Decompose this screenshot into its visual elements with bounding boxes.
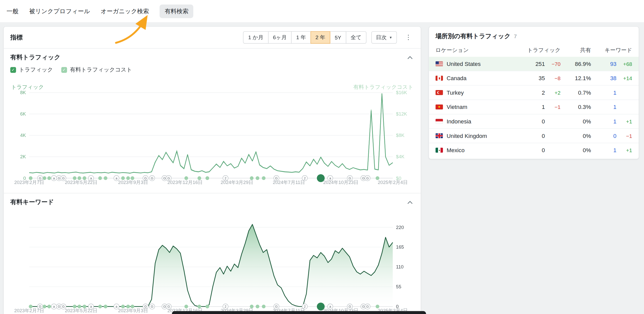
location-name: United Kingdom — [447, 133, 487, 139]
keywords-change: +68 — [617, 61, 632, 67]
svg-text:110: 110 — [396, 264, 404, 269]
range-button-3[interactable]: 2 年 — [311, 31, 330, 44]
metrics-card: 指標 1 か月6ヶ月1 年2 年5Y全て 日次 ▼ ⋮ 有料トラフィック ✓トラ… — [3, 26, 421, 314]
svg-text:220: 220 — [396, 225, 404, 230]
svg-text:4K: 4K — [20, 133, 26, 138]
svg-text:G: G — [163, 176, 166, 180]
tab-organic-search[interactable]: オーガニック検索 — [101, 4, 149, 18]
keywords-value[interactable]: 1 — [591, 90, 616, 96]
tab-general[interactable]: 一般 — [7, 4, 19, 18]
svg-text:G: G — [151, 176, 153, 180]
metrics-header: 指標 1 か月6ヶ月1 年2 年5Y全て 日次 ▼ ⋮ — [4, 27, 421, 49]
locations-card: 場所別の有料トラフィック 7 ロケーション トラフィック 共有 キーワード Un… — [429, 26, 639, 159]
range-button-1[interactable]: 6ヶ月 — [268, 31, 292, 44]
location-row-id[interactable]: Indonesia00%1+1 — [429, 114, 639, 129]
svg-text:G: G — [62, 176, 65, 180]
checkbox-checked-icon: ✓ — [10, 67, 16, 73]
share-value: 0% — [561, 133, 591, 139]
svg-text:6K: 6K — [20, 111, 26, 117]
traffic-change: −8 — [545, 75, 560, 81]
column-location[interactable]: ロケーション — [435, 47, 508, 54]
more-options-icon[interactable]: ⋮ — [403, 33, 414, 41]
paid-traffic-chart: トラフィック 有料トラフィックコスト 0$02K$4K4K$8K6K$12K8K… — [10, 83, 414, 187]
svg-text:2025年2月4日: 2025年2月4日 — [378, 180, 408, 185]
location-row-vn[interactable]: Vietnam1−10.3%1 — [429, 99, 639, 114]
legend-checkbox-1[interactable]: ✓有料トラフィックコスト — [61, 66, 132, 74]
range-buttons: 1 か月6ヶ月1 年2 年5Y全て — [243, 31, 366, 44]
flag-ca-icon — [435, 76, 443, 81]
keywords-value[interactable]: 1 — [591, 147, 616, 153]
left-axis-title: トラフィック — [11, 83, 44, 91]
location-row-tr[interactable]: Turkey2+20.7%1 — [429, 85, 639, 100]
traffic-change: −1 — [545, 104, 560, 110]
svg-text:$4K: $4K — [396, 154, 405, 160]
keywords-change: +1 — [617, 118, 632, 124]
location-name: Vietnam — [447, 104, 467, 110]
keywords-value[interactable]: 93 — [591, 61, 616, 67]
flag-mx-icon — [435, 148, 443, 152]
svg-text:165: 165 — [396, 244, 404, 250]
tab-paid-search[interactable]: 有料検索 — [160, 4, 194, 18]
column-share[interactable]: 共有 — [561, 47, 591, 54]
column-keywords[interactable]: キーワード — [591, 47, 632, 54]
traffic-value: 0 — [508, 147, 545, 153]
svg-text:G: G — [366, 176, 369, 180]
share-value: 0% — [561, 118, 591, 124]
top-nav: 一般被リンクプロフィールオーガニック検索有料検索 — [0, 0, 644, 22]
paid-keywords-plot[interactable]: 220165110550GaGGaaGGGG2G2aGGG2023年2月7日20… — [10, 215, 414, 314]
svg-text:2023年2月7日: 2023年2月7日 — [14, 180, 44, 185]
paid-keywords-section: 有料キーワード 220165110550GaGGaaGGGG2G2aGGG202… — [4, 193, 421, 314]
chart-legend: ✓トラフィック✓有料トラフィックコスト — [10, 66, 414, 74]
collapse-paid-keywords-icon[interactable] — [406, 199, 414, 206]
svg-text:$12K: $12K — [396, 111, 407, 117]
svg-text:55: 55 — [396, 284, 401, 289]
location-name: Indonesia — [447, 118, 471, 124]
svg-text:G: G — [151, 305, 153, 308]
range-button-0[interactable]: 1 か月 — [243, 31, 268, 44]
tab-backlink-profile[interactable]: 被リンクプロフィール — [29, 4, 90, 18]
traffic-change: −70 — [545, 61, 560, 67]
traffic-value: 251 — [508, 61, 545, 67]
location-name: Mexico — [447, 147, 465, 153]
svg-text:a: a — [115, 305, 118, 308]
keywords-value[interactable]: 0 — [591, 133, 616, 139]
svg-text:2023年9月3日: 2023年9月3日 — [118, 308, 148, 313]
checkbox-checked-icon: ✓ — [61, 67, 67, 73]
legend-label: トラフィック — [19, 66, 53, 74]
bottom-overlay-bar[interactable] — [172, 311, 426, 314]
range-button-2[interactable]: 1 年 — [291, 31, 311, 44]
keywords-value[interactable]: 38 — [591, 75, 616, 81]
location-name: Canada — [447, 75, 466, 81]
traffic-value: 0 — [508, 133, 545, 139]
flag-tr-icon — [435, 90, 443, 95]
range-button-4[interactable]: 5Y — [330, 31, 346, 44]
traffic-change: +2 — [545, 90, 560, 96]
keywords-value[interactable]: 1 — [591, 118, 616, 124]
svg-text:2023年5月22日: 2023年5月22日 — [65, 180, 97, 185]
svg-text:2024年3月29日: 2024年3月29日 — [221, 180, 253, 185]
locations-rows: United States251−7086.9%93+68Canada35−81… — [429, 57, 639, 157]
location-row-gb[interactable]: United Kingdom00%0−1 — [429, 128, 639, 143]
range-button-5[interactable]: 全て — [346, 31, 366, 44]
flag-gb-icon — [435, 133, 443, 138]
paid-traffic-title: 有料トラフィック — [10, 53, 60, 61]
keywords-value[interactable]: 1 — [591, 104, 616, 110]
svg-text:a: a — [53, 305, 55, 308]
location-row-ca[interactable]: Canada35−812.1%38+14 — [429, 71, 639, 85]
location-name: Turkey — [447, 90, 464, 96]
svg-text:2023年5月22日: 2023年5月22日 — [65, 308, 97, 313]
flag-id-icon — [435, 119, 443, 124]
svg-text:2K: 2K — [20, 154, 26, 160]
svg-text:2024年10月23日: 2024年10月23日 — [323, 180, 358, 185]
granularity-button[interactable]: 日次 ▼ — [371, 31, 397, 44]
collapse-paid-traffic-icon[interactable] — [406, 54, 414, 61]
granularity-label: 日次 — [376, 34, 387, 41]
svg-text:a: a — [53, 176, 55, 180]
location-row-mx[interactable]: Mexico00%1+1 — [429, 143, 639, 157]
paid-traffic-plot[interactable]: 0$02K$4K4K$8K6K$12K8K$16KGaGGaaGGGG2G2aG… — [10, 83, 414, 187]
legend-checkbox-0[interactable]: ✓トラフィック — [10, 66, 53, 74]
column-traffic[interactable]: トラフィック — [508, 47, 561, 54]
location-row-us[interactable]: United States251−7086.9%93+68 — [429, 57, 639, 71]
paid-search-dashboard: 一般被リンクプロフィールオーガニック検索有料検索 指標 1 か月6ヶ月1 年2 … — [0, 0, 644, 314]
svg-text:G: G — [362, 305, 365, 308]
